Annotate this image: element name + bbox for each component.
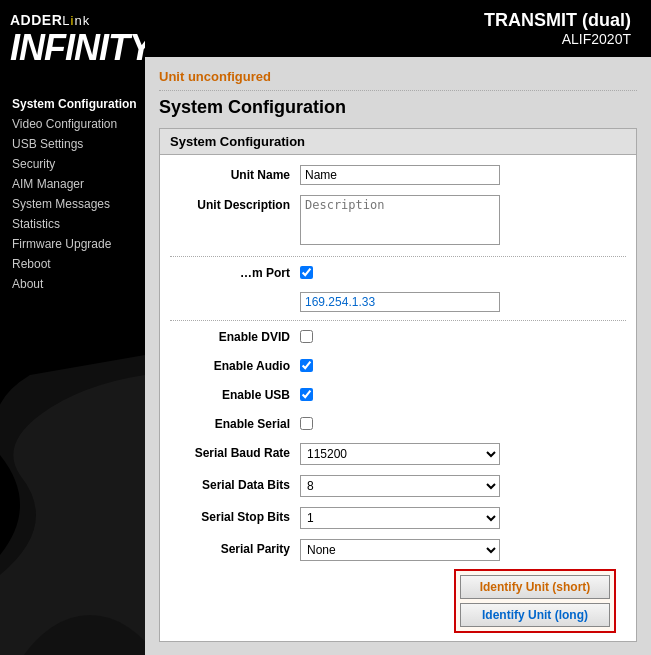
management-port-wrap <box>300 263 626 282</box>
enable-serial-wrap <box>300 414 626 433</box>
unit-name-input[interactable] <box>300 165 500 185</box>
unit-description-row: Unit Description <box>170 193 626 250</box>
enable-dvid-row: Enable DVID <box>170 325 626 348</box>
serial-data-bits-row: Serial Data Bits 8 7 6 5 <box>170 473 626 499</box>
ip-address-label <box>170 292 300 295</box>
enable-dvid-wrap <box>300 327 626 346</box>
enable-usb-label: Enable USB <box>170 385 300 402</box>
identify-buttons-container: Identify Unit (short) Identify Unit (lon… <box>454 569 616 633</box>
config-panel: System Configuration Unit Name Unit Desc… <box>159 128 637 642</box>
sidebar: ADDERLink INFINITY System Configuration … <box>0 0 145 655</box>
sidebar-item-about[interactable]: About <box>12 274 145 294</box>
sidebar-wave-decoration <box>0 355 145 655</box>
serial-stop-bits-wrap: 1 2 <box>300 507 626 529</box>
sidebar-item-reboot[interactable]: Reboot <box>12 254 145 274</box>
main-content: TRANSMIT (dual) ALIF2020T Unit unconfigu… <box>145 0 651 655</box>
unit-name-wrap <box>300 165 626 185</box>
enable-serial-row: Enable Serial <box>170 412 626 435</box>
serial-data-bits-label: Serial Data Bits <box>170 475 300 492</box>
ip-address-row <box>170 290 626 314</box>
enable-audio-label: Enable Audio <box>170 356 300 373</box>
sidebar-item-video-configuration[interactable]: Video Configuration <box>12 114 145 134</box>
enable-serial-checkbox[interactable] <box>300 417 313 430</box>
ip-address-input[interactable] <box>300 292 500 312</box>
svg-point-0 <box>0 615 145 655</box>
serial-parity-wrap: None Even Odd Mark Space <box>300 539 626 561</box>
sidebar-item-statistics[interactable]: Statistics <box>12 214 145 234</box>
sidebar-item-system-configuration[interactable]: System Configuration <box>12 94 145 114</box>
serial-stop-bits-row: Serial Stop Bits 1 2 <box>170 505 626 531</box>
serial-parity-label: Serial Parity <box>170 539 300 556</box>
device-model: ALIF2020T <box>562 31 631 47</box>
page-title: System Configuration <box>159 97 637 118</box>
sidebar-nav: System Configuration Video Configuration… <box>0 94 145 294</box>
serial-baud-rate-wrap: 115200 57600 38400 19200 9600 <box>300 443 626 465</box>
management-port-row: …m Port <box>170 261 626 284</box>
enable-usb-wrap <box>300 385 626 404</box>
management-port-checkbox[interactable] <box>300 266 313 279</box>
serial-parity-select[interactable]: None Even Odd Mark Space <box>300 539 500 561</box>
unit-name-label: Unit Name <box>170 165 300 182</box>
infinity-text: INFINITY <box>10 30 135 66</box>
enable-audio-wrap <box>300 356 626 375</box>
enable-serial-label: Enable Serial <box>170 414 300 431</box>
sidebar-item-usb-settings[interactable]: USB Settings <box>12 134 145 154</box>
enable-dvid-label: Enable DVID <box>170 327 300 344</box>
serial-baud-rate-select[interactable]: 115200 57600 38400 19200 9600 <box>300 443 500 465</box>
serial-baud-rate-label: Serial Baud Rate <box>170 443 300 460</box>
serial-data-bits-select[interactable]: 8 7 6 5 <box>300 475 500 497</box>
enable-audio-checkbox[interactable] <box>300 359 313 372</box>
sidebar-logo: ADDERLink INFINITY <box>0 0 145 74</box>
serial-stop-bits-label: Serial Stop Bits <box>170 507 300 524</box>
enable-usb-row: Enable USB <box>170 383 626 406</box>
serial-stop-bits-select[interactable]: 1 2 <box>300 507 500 529</box>
link-text: Link <box>62 13 90 28</box>
sidebar-item-system-messages[interactable]: System Messages <box>12 194 145 214</box>
unit-description-textarea[interactable] <box>300 195 500 245</box>
config-panel-body: Unit Name Unit Description …m Port <box>160 155 636 641</box>
adder-text: ADDER <box>10 12 62 28</box>
unit-description-label: Unit Description <box>170 195 300 212</box>
unit-description-wrap <box>300 195 626 248</box>
content-area: Unit unconfigured System Configuration S… <box>145 57 651 655</box>
enable-dvid-checkbox[interactable] <box>300 330 313 343</box>
config-panel-title: System Configuration <box>160 129 636 155</box>
serial-parity-row: Serial Parity None Even Odd Mark Space <box>170 537 626 563</box>
identify-long-button[interactable]: Identify Unit (long) <box>460 603 610 627</box>
sidebar-item-security[interactable]: Security <box>12 154 145 174</box>
enable-audio-row: Enable Audio <box>170 354 626 377</box>
sidebar-item-aim-manager[interactable]: AIM Manager <box>12 174 145 194</box>
serial-data-bits-wrap: 8 7 6 5 <box>300 475 626 497</box>
device-name: TRANSMIT (dual) <box>484 10 631 31</box>
identify-short-button[interactable]: Identify Unit (short) <box>460 575 610 599</box>
sidebar-item-firmware-upgrade[interactable]: Firmware Upgrade <box>12 234 145 254</box>
unit-name-row: Unit Name <box>170 163 626 187</box>
enable-usb-checkbox[interactable] <box>300 388 313 401</box>
ip-address-wrap <box>300 292 626 312</box>
unit-status: Unit unconfigured <box>159 69 637 91</box>
main-header: TRANSMIT (dual) ALIF2020T <box>145 0 651 57</box>
serial-baud-rate-row: Serial Baud Rate 115200 57600 38400 1920… <box>170 441 626 467</box>
management-port-label: …m Port <box>170 263 300 280</box>
